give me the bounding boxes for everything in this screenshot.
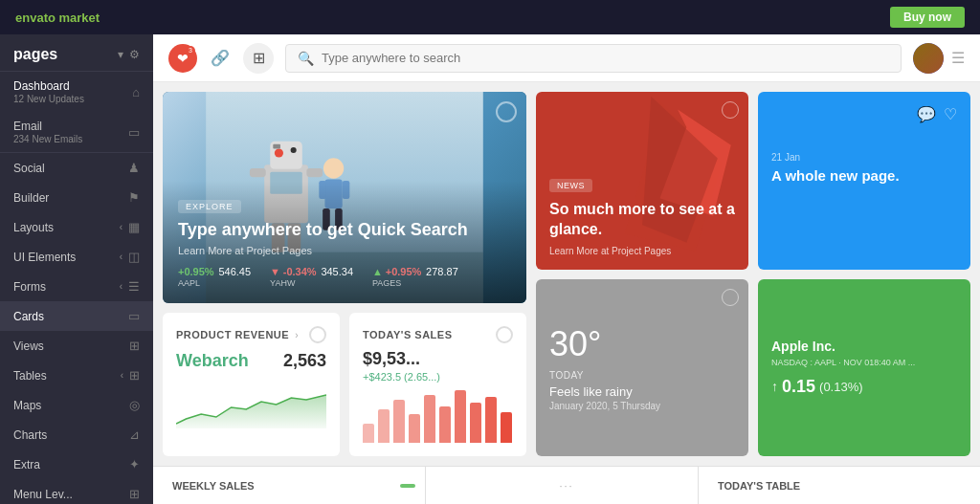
bar-chart-bar — [363, 424, 374, 443]
product-circle-icon[interactable] — [309, 326, 326, 343]
hero-badge: EXPLORE — [178, 200, 241, 213]
sidebar-item-social[interactable]: Social ♟ — [0, 153, 153, 183]
sidebar-item-extra[interactable]: Extra ✦ — [0, 449, 153, 479]
product-value: 2,563 — [283, 351, 326, 371]
sidebar-item-layouts[interactable]: Layouts ‹ ▦ — [0, 212, 153, 242]
search-input[interactable] — [322, 51, 889, 65]
header-bar: ❤ 3 🔗 ⊞ 🔍 ☰ — [153, 34, 980, 82]
sales-amount: $9,53... — [363, 349, 513, 369]
link-button[interactable]: 🔗 — [205, 43, 235, 74]
product-revenue-card: PRODUCT REVENUE › Webarch 2,563 — [163, 313, 340, 456]
blue-card-title: A whole new page. — [771, 166, 957, 186]
maps-icon: ◎ — [129, 398, 140, 412]
sidebar-item-maps[interactable]: Maps ◎ — [0, 390, 153, 420]
weekly-badge — [400, 484, 415, 488]
strip-dots[interactable]: ··· — [559, 480, 573, 492]
sidebar-item-cards[interactable]: Cards ▭ — [0, 301, 153, 331]
sidebar-item-sub: 12 New Updates — [13, 94, 84, 104]
bar-chart-bar — [455, 390, 466, 443]
weekly-sales-label: WEEKLY SALES — [172, 480, 255, 492]
settings-icon[interactable]: ⚙ — [129, 48, 140, 61]
menu-toggle-icon[interactable]: ☰ — [951, 49, 965, 67]
charts-icon: ⊿ — [129, 427, 140, 442]
bar-chart-bar — [439, 406, 451, 443]
sales-change: +$423.5 (2.65...) — [363, 371, 513, 383]
sidebar-item-charts[interactable]: Charts ⊿ — [0, 420, 153, 449]
bar-chart-bar — [393, 400, 405, 443]
sidebar-title: pages — [13, 46, 57, 63]
stat-change: -0.34% — [283, 266, 317, 277]
hero-stat-yahw: ▼ -0.34% 345.34 YAHW — [270, 266, 353, 288]
stock-card: Apple Inc. NASDAQ : AAPL · NOV 018:40 AM… — [758, 279, 970, 457]
menu-icon: ⊞ — [129, 487, 140, 501]
sidebar-item-label: Social — [13, 162, 45, 175]
news-title: So much more to see at a glance. — [549, 200, 735, 240]
sales-card-header: Today's sales — [363, 326, 513, 343]
hero-overlay: EXPLORE Type anywhere to get Quick Searc… — [163, 181, 526, 303]
grid-button[interactable]: ⊞ — [243, 43, 274, 74]
stock-change: ↑ 0.15 (0.13%) — [771, 377, 957, 397]
weather-date: January 2020, 5 Thursday — [549, 401, 735, 411]
weather-circle-icon[interactable] — [722, 289, 739, 306]
sidebar-item-label: Forms — [13, 280, 46, 294]
sidebar-item-label: Cards — [13, 310, 44, 323]
forms-arrow-icon: ‹ — [120, 281, 122, 292]
sidebar-item-menu-lev[interactable]: Menu Lev... ⊞ — [0, 479, 153, 504]
sidebar-item-label: Extra — [13, 458, 40, 471]
avatar[interactable] — [913, 43, 944, 74]
bar-chart-bar — [470, 403, 481, 443]
search-bar[interactable]: 🔍 — [285, 44, 902, 73]
sidebar-item-builder[interactable]: Builder ⚑ — [0, 183, 153, 212]
product-chart — [176, 381, 326, 428]
buy-now-button[interactable]: Buy now — [890, 7, 965, 28]
stock-up-arrow-icon: ↑ — [771, 379, 778, 394]
stock-percentage: (0.13%) — [819, 380, 863, 394]
sidebar-item-sub: 234 New Emails — [13, 134, 82, 144]
sidebar-item-label: Charts — [13, 428, 47, 442]
notification-badge: 3 — [186, 46, 195, 55]
stock-name: Apple Inc. — [771, 339, 957, 354]
search-icon: 🔍 — [298, 51, 314, 66]
ui-arrow-icon: ‹ — [120, 252, 122, 262]
sales-circle-icon[interactable] — [496, 326, 513, 343]
hero-stat-aapl: +0.95% 546.45 AAPL — [178, 266, 251, 288]
bar-chart-bar — [424, 395, 435, 443]
comment-icon[interactable]: 💬 — [917, 105, 936, 123]
svg-rect-7 — [273, 144, 280, 149]
middle-strip: ··· — [435, 467, 699, 504]
stock-description: NASDAQ : AAPL · NOV 018:40 AM ... — [771, 358, 957, 367]
bar-chart — [363, 390, 513, 443]
svg-rect-11 — [306, 168, 323, 177]
todays-table-label: TODAY'S TABLE — [718, 480, 800, 492]
svg-point-6 — [291, 147, 297, 153]
news-circle-icon[interactable] — [722, 101, 739, 119]
stat-value: 278.87 — [426, 266, 458, 277]
blue-card-icons: 💬 ♡ — [771, 105, 957, 123]
hero-stat-pages: ▲ +0.95% 278.87 PAGES — [372, 266, 458, 288]
sidebar-item-tables[interactable]: Tables ‹ ⊞ — [0, 361, 153, 390]
news-content: NEWS So much more to see at a glance. Le… — [549, 175, 735, 256]
heart-icon[interactable]: ♡ — [944, 105, 957, 123]
sidebar-item-forms[interactable]: Forms ‹ ☰ — [0, 272, 153, 301]
sidebar-item-email[interactable]: Email 234 New Emails ▭ — [0, 112, 153, 152]
sales-title: Today's sales — [363, 329, 452, 340]
product-card-header: PRODUCT REVENUE › — [176, 326, 326, 343]
ui-icon: ◫ — [128, 250, 140, 264]
chevron-down-icon[interactable]: ▾ — [118, 48, 123, 61]
notification-button[interactable]: ❤ 3 — [168, 44, 197, 73]
sidebar-item-ui-elements[interactable]: UI Elements ‹ ◫ — [0, 242, 153, 272]
sidebar-item-views[interactable]: Views ⊞ — [0, 331, 153, 361]
hero-title: Type anywhere to get Quick Search — [178, 219, 511, 241]
sidebar-item-label: Menu Lev... — [13, 488, 73, 501]
hero-circle-button[interactable] — [496, 101, 517, 122]
stat-value: 546.45 — [218, 266, 251, 277]
sidebar-header-icons: ▾ ⚙ — [118, 48, 140, 61]
svg-rect-10 — [250, 168, 266, 177]
tables-arrow-icon: ‹ — [121, 370, 123, 381]
blue-card-date: 21 Jan — [771, 152, 957, 163]
sidebar-item-label: Layouts — [13, 221, 54, 234]
sidebar-item-dashboard[interactable]: Dashboard 12 New Updates ⌂ — [0, 72, 153, 112]
layouts-arrow-icon: ‹ — [120, 222, 122, 232]
weather-label: TODAY — [549, 370, 735, 381]
news-link: Learn More at Project Pages — [549, 246, 735, 256]
